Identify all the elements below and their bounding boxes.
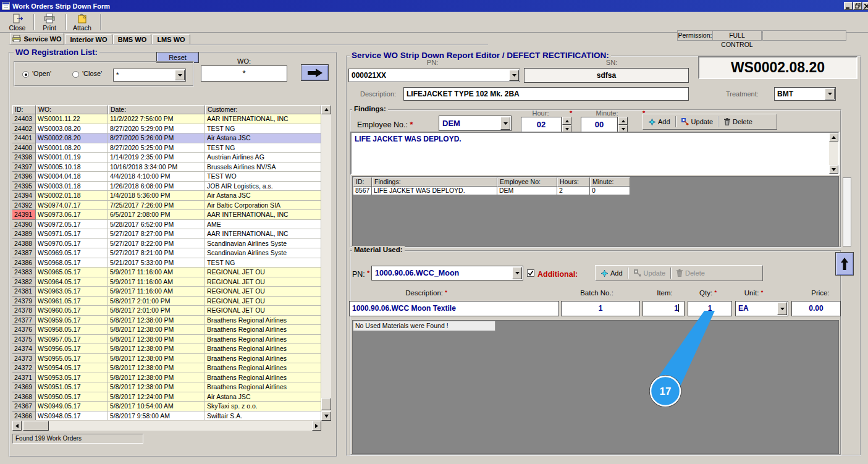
table-row[interactable]: 24401WS0002.08.208/27/2020 5:26:00 PMAir… xyxy=(12,133,321,143)
table-row[interactable]: 24386WS0968.05.175/21/2017 5:33:00 PMTES… xyxy=(12,258,321,268)
restore-button[interactable] xyxy=(853,2,862,10)
pn-dropdown[interactable]: 000021XX xyxy=(348,69,520,82)
wo-table-hscrollbar[interactable] xyxy=(12,421,321,431)
minimize-button[interactable] xyxy=(844,2,853,10)
tab-lms-wo[interactable]: LMS WO xyxy=(152,34,190,44)
spin-up-icon[interactable] xyxy=(562,117,571,125)
table-row[interactable]: 24382WS0964.05.175/9/2017 11:16:00 AMREG… xyxy=(12,277,321,287)
table-row[interactable]: 24396WS0004.04.184/4/2018 4:10:00 PMTEST… xyxy=(12,172,321,182)
wo-search-input[interactable]: * xyxy=(201,65,287,82)
treatment-dropdown[interactable]: BMT xyxy=(774,87,836,101)
scroll-thumb[interactable] xyxy=(321,398,331,410)
findings-grid-scroll-strip[interactable] xyxy=(843,177,851,247)
table-row[interactable]: 24391WS0973.06.176/5/2017 2:08:00 PMAAR … xyxy=(12,210,321,220)
hour-spinner[interactable] xyxy=(562,117,571,133)
column-header[interactable]: Hours: xyxy=(557,177,590,187)
column-header[interactable]: ID: xyxy=(12,105,36,114)
scroll-up-icon[interactable] xyxy=(321,105,331,114)
employee-no-dropdown[interactable]: DEM xyxy=(439,116,512,131)
additional-checkbox[interactable] xyxy=(527,269,534,277)
wo-table-vscrollbar[interactable] xyxy=(321,105,331,421)
findings-note-textarea[interactable]: LIFE JACKET WAS DEPLOYD. xyxy=(350,132,840,175)
scroll-down-icon[interactable] xyxy=(321,411,331,421)
scroll-thumb[interactable] xyxy=(23,421,49,431)
print-button[interactable]: Print xyxy=(35,13,64,32)
table-row[interactable]: 8567LIFE JACKET WAS DEPLOYD.DEM20 xyxy=(353,187,630,195)
minute-spinner-value[interactable]: 00 xyxy=(581,117,618,133)
table-row[interactable]: 24397WS0005.10.1810/16/2018 3:34:00 PMBr… xyxy=(12,162,321,172)
sn-field[interactable]: sdfsa xyxy=(524,68,689,83)
scroll-right-icon[interactable] xyxy=(312,421,321,431)
table-row[interactable]: 24400WS0001.08.208/27/2020 5:25:00 PMTES… xyxy=(12,143,321,153)
table-row[interactable]: 24375WS0957.05.175/8/2017 12:38:00 PMBra… xyxy=(12,335,321,345)
attach-button[interactable]: Attach xyxy=(68,13,96,32)
chevron-down-icon[interactable] xyxy=(500,117,510,130)
minute-spinner[interactable] xyxy=(618,117,628,133)
table-row[interactable]: 24371WS0953.05.175/8/2017 12:38:00 PMBra… xyxy=(12,373,321,383)
table-row[interactable]: 24378WS0960.05.175/8/2017 2:01:00 PMREGI… xyxy=(12,306,321,316)
table-row[interactable]: 24379WS0961.05.175/8/2017 2:01:00 PMREGI… xyxy=(12,297,321,306)
radio-close[interactable] xyxy=(72,71,79,78)
table-row[interactable]: 24389WS0971.05.175/27/2017 8:27:00 PMAAR… xyxy=(12,229,321,239)
column-header[interactable]: Date: xyxy=(108,105,205,114)
tab-bms-wo[interactable]: BMS WO xyxy=(113,34,151,44)
column-header[interactable]: Employee No: xyxy=(497,177,557,187)
tab-interior-wo[interactable]: Interior WO xyxy=(65,34,112,44)
column-header[interactable]: Minute: xyxy=(590,177,630,187)
table-row[interactable]: 24373WS0955.05.175/8/2017 12:38:00 PMBra… xyxy=(12,354,321,364)
chevron-down-icon[interactable] xyxy=(175,70,185,80)
table-row[interactable]: 24392WS0974.07.177/25/2017 7:26:00 PMAir… xyxy=(12,201,321,211)
chevron-down-icon[interactable] xyxy=(777,302,787,315)
material-description-field[interactable]: 1000.90.06.WCC Moon Textile xyxy=(349,301,559,316)
scroll-up-icon[interactable] xyxy=(829,133,838,141)
table-row[interactable]: 24383WS0965.05.175/9/2017 11:16:00 AMREG… xyxy=(12,268,321,277)
material-qty-field[interactable]: 1 xyxy=(688,301,732,316)
column-header[interactable]: Customer: xyxy=(205,105,321,114)
material-item-field[interactable]: 1 xyxy=(643,301,685,316)
material-pn-dropdown[interactable]: 1000.90.06.WCC_Moon xyxy=(371,266,523,281)
table-row[interactable]: 24395WS0003.01.181/26/2018 6:08:00 PMJOB… xyxy=(12,182,321,192)
table-row[interactable]: 24369WS0951.05.175/8/2017 12:38:00 PMBra… xyxy=(12,382,321,392)
table-row[interactable]: 24398WS0001.01.191/14/2019 2:35:00 PMAus… xyxy=(12,153,321,162)
table-row[interactable]: 24377WS0959.05.175/8/2017 12:38:00 PMBra… xyxy=(12,316,321,326)
chevron-down-icon[interactable] xyxy=(825,88,835,99)
chevron-down-icon[interactable] xyxy=(509,70,519,81)
table-row[interactable]: 24367WS0949.05.175/8/2017 10:54:00 AMSky… xyxy=(12,402,321,411)
table-row[interactable]: 24394WS0002.01.181/4/2018 5:36:00 PMAir … xyxy=(12,191,321,201)
tab-service-wo[interactable]: Service WO xyxy=(10,33,64,44)
findings-add-button[interactable]: Add xyxy=(645,116,674,128)
material-batch-field[interactable]: 1 xyxy=(561,301,640,316)
hour-spinner-value[interactable]: 02 xyxy=(521,117,562,133)
table-row[interactable]: 24402WS0003.08.208/27/2020 5:29:00 PMTES… xyxy=(12,124,321,134)
material-delete-button[interactable]: Delete xyxy=(673,267,709,279)
table-row[interactable]: 24387WS0969.05.175/27/2017 8:21:00 PMSca… xyxy=(12,248,321,258)
material-unit-dropdown[interactable]: EA xyxy=(735,301,788,316)
close-button[interactable]: Close xyxy=(3,13,32,32)
chevron-down-icon[interactable] xyxy=(512,267,522,279)
material-update-button[interactable]: Update xyxy=(630,267,669,279)
spin-up-icon[interactable] xyxy=(618,117,628,125)
table-row[interactable]: 24376WS0958.05.175/8/2017 12:38:00 PMBra… xyxy=(12,325,321,335)
description-field[interactable]: LIFEJACKET TYPE 102 Mk. 2BA xyxy=(403,87,689,101)
table-row[interactable]: 24388WS0970.05.175/27/2017 8:22:00 PMSca… xyxy=(12,239,321,249)
table-row[interactable]: 24390WS0972.05.175/28/2017 6:52:00 PMAME xyxy=(12,220,321,230)
table-row[interactable]: 24381WS0963.05.175/9/2017 11:16:00 AMREG… xyxy=(12,287,321,297)
scroll-down-icon[interactable] xyxy=(829,165,838,174)
scroll-left-icon[interactable] xyxy=(12,421,22,431)
wo-go-button[interactable] xyxy=(301,64,329,81)
column-header[interactable]: ID: xyxy=(353,177,372,187)
filter-dropdown[interactable]: * xyxy=(113,69,186,82)
material-price-field[interactable]: 0.00 xyxy=(791,301,841,316)
table-row[interactable]: 24368WS0950.05.175/8/2017 12:24:00 PMAir… xyxy=(12,392,321,402)
column-header[interactable]: WO: xyxy=(36,105,108,114)
close-window-button[interactable] xyxy=(862,2,868,10)
table-row[interactable]: 24403WS0001.11.2211/2/2022 7:56:00 PMAAR… xyxy=(12,114,321,124)
material-add-button[interactable]: Add xyxy=(597,267,626,279)
material-scroll-up-button[interactable] xyxy=(835,252,854,276)
radio-open[interactable] xyxy=(22,71,29,78)
table-row[interactable]: 24372WS0954.05.175/8/2017 12:38:00 PMBra… xyxy=(12,363,321,373)
table-row[interactable]: 24366WS0948.05.175/8/2017 9:58:00 AMSwif… xyxy=(12,411,321,421)
table-row[interactable]: 24374WS0956.05.175/8/2017 12:38:00 PMBra… xyxy=(12,344,321,354)
findings-update-button[interactable]: Update xyxy=(678,116,717,128)
column-header[interactable]: Findings: xyxy=(372,177,497,187)
